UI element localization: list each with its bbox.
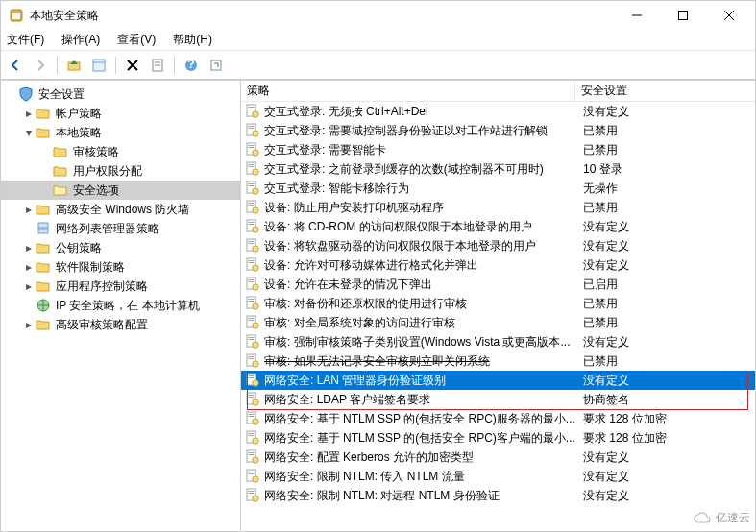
svg-rect-102 <box>249 493 255 494</box>
expander-icon[interactable]: ▸ <box>22 241 36 254</box>
policy-name: 审核: 对全局系统对象的访问进行审核 <box>264 315 455 331</box>
policy-setting: 已禁用 <box>575 123 739 139</box>
policy-row[interactable]: 交互式登录: 智能卡移除行为无操作 <box>241 179 755 198</box>
svg-point-71 <box>253 342 258 348</box>
expander-icon[interactable]: ▸ <box>22 318 36 331</box>
policy-row[interactable]: 审核: 对备份和还原权限的使用进行审核已禁用 <box>241 294 755 313</box>
policy-row[interactable]: 设备: 将软盘驱动器的访问权限仅限于本地登录的用户没有定义 <box>241 236 755 255</box>
export-button[interactable] <box>206 55 227 76</box>
tree-item[interactable]: 安全设置 <box>1 85 240 104</box>
policy-row[interactable]: 网络安全: LDAP 客户端签名要求协商签名 <box>241 390 755 409</box>
policy-row[interactable]: 设备: 防止用户安装打印机驱动程序已禁用 <box>241 198 755 217</box>
expander-icon[interactable]: ▸ <box>22 107 36 120</box>
policy-icon <box>245 373 260 388</box>
svg-rect-16 <box>211 60 221 70</box>
policy-icon <box>245 277 260 292</box>
svg-point-55 <box>253 265 258 271</box>
svg-rect-69 <box>249 337 255 338</box>
svg-rect-85 <box>249 414 255 415</box>
policy-row[interactable]: 交互式登录: 之前登录到缓存的次数(域控制器不可用时)10 登录 <box>241 159 755 179</box>
properties-button[interactable] <box>147 55 168 76</box>
tree-item[interactable]: ▸帐户策略 <box>1 104 240 123</box>
expander-icon[interactable]: ▸ <box>22 260 36 274</box>
expander-icon[interactable]: ▸ <box>22 279 36 293</box>
policy-row[interactable]: 交互式登录: 需要智能卡已禁用 <box>241 140 755 159</box>
policy-row[interactable]: 设备: 允许在未登录的情况下弹出已启用 <box>241 275 755 294</box>
folder-icon <box>36 317 51 332</box>
policy-icon <box>245 238 260 254</box>
tree-label: 公钥策略 <box>54 240 104 256</box>
help-button[interactable]: ? <box>181 55 202 76</box>
policy-row[interactable]: 网络安全: 基于 NTLM SSP 的(包括安全 RPC)客户端的最小...要求… <box>241 428 755 447</box>
svg-point-31 <box>253 150 258 156</box>
policy-name: 网络安全: LDAP 客户端签名要求 <box>264 392 430 408</box>
delete-button[interactable] <box>122 55 143 76</box>
svg-rect-101 <box>249 491 255 492</box>
tree-item[interactable]: ▸公钥策略 <box>1 238 240 257</box>
policy-list[interactable]: 交互式登录: 无须按 Ctrl+Alt+Del没有定义交互式登录: 需要域控制器… <box>241 102 755 531</box>
policy-row[interactable]: 审核: 对全局系统对象的访问进行审核已禁用 <box>241 313 755 332</box>
policy-row[interactable]: 网络安全: 基于 NTLM SSP 的(包括安全 RPC)服务器的最小...要求… <box>241 409 755 428</box>
folder-icon <box>36 298 51 313</box>
folder-icon <box>36 221 51 236</box>
minimize-button[interactable] <box>622 4 651 27</box>
policy-row[interactable]: 交互式登录: 无须按 Ctrl+Alt+Del没有定义 <box>241 102 755 121</box>
svg-rect-90 <box>249 435 255 436</box>
policy-row[interactable]: 设备: 允许对可移动媒体进行格式化并弹出没有定义 <box>241 255 755 275</box>
cloud-icon <box>693 511 714 526</box>
svg-rect-25 <box>249 126 255 127</box>
svg-rect-57 <box>249 279 255 280</box>
up-button[interactable] <box>63 55 85 76</box>
policy-row[interactable]: 交互式登录: 需要域控制器身份验证以对工作站进行解锁已禁用 <box>241 121 755 140</box>
policy-row[interactable]: 网络安全: 限制 NTLM: 传入 NTLM 流量没有定义 <box>241 467 755 486</box>
expander-icon[interactable]: ▸ <box>22 203 36 216</box>
policy-icon <box>245 469 260 484</box>
back-button[interactable] <box>5 55 26 76</box>
tree-item[interactable]: 用户权限分配 <box>1 161 240 181</box>
folder-icon <box>53 163 68 179</box>
policy-row[interactable]: 设备: 将 CD-ROM 的访问权限仅限于本地登录的用户没有定义 <box>241 217 755 236</box>
policy-row[interactable]: 网络安全: LAN 管理器身份验证级别没有定义 <box>241 371 755 390</box>
menu-action[interactable]: 操作(A) <box>60 30 102 50</box>
policy-row[interactable]: 审核: 强制审核策略子类别设置(Windows Vista 或更高版本...没有… <box>241 332 755 351</box>
tree-pane[interactable]: 安全设置▸帐户策略▾本地策略审核策略用户权限分配安全选项▸高级安全 Window… <box>1 81 241 531</box>
policy-row[interactable]: 审核: 如果无法记录安全审核则立即关闭系统已禁用 <box>241 351 755 371</box>
maximize-button[interactable] <box>669 4 697 27</box>
column-policy[interactable]: 策略 <box>241 81 575 101</box>
policy-name: 网络安全: LAN 管理器身份验证级别 <box>264 373 446 389</box>
policy-icon <box>245 123 260 138</box>
policy-row[interactable]: 网络安全: 配置 Kerberos 允许的加密类型没有定义 <box>241 447 755 467</box>
tree-item[interactable]: ▾本地策略 <box>1 123 240 142</box>
menu-file[interactable]: 文件(F) <box>5 30 46 50</box>
policy-icon <box>245 334 260 350</box>
menu-view[interactable]: 查看(V) <box>115 30 158 50</box>
tree-item[interactable]: IP 安全策略，在 本地计算机 <box>1 296 240 315</box>
svg-rect-30 <box>249 147 255 148</box>
folder-icon <box>36 106 51 121</box>
tree-item[interactable]: 审核策略 <box>1 142 240 161</box>
close-button[interactable] <box>715 4 744 27</box>
svg-rect-46 <box>249 224 255 225</box>
window-controls <box>622 4 744 27</box>
policy-row[interactable]: 网络安全: 限制 NTLM: 对远程 NTLM 身份验证没有定义 <box>241 486 755 505</box>
policy-name: 交互式登录: 智能卡移除行为 <box>264 181 409 197</box>
tree-item[interactable]: 网络列表管理器策略 <box>1 219 240 238</box>
expander-icon[interactable]: ▾ <box>22 126 36 139</box>
policy-setting: 已禁用 <box>575 200 739 216</box>
tree-item[interactable]: 安全选项 <box>1 181 240 200</box>
svg-point-83 <box>253 399 258 405</box>
tree-item[interactable]: ▸高级审核策略配置 <box>1 315 240 334</box>
svg-point-43 <box>253 207 258 213</box>
column-setting[interactable]: 安全设置 <box>575 81 739 101</box>
menu-help[interactable]: 帮助(H) <box>171 30 214 50</box>
svg-rect-93 <box>249 452 255 453</box>
tree-item[interactable]: ▸应用程序控制策略 <box>1 277 240 296</box>
tree-item[interactable]: ▸软件限制策略 <box>1 257 240 277</box>
forward-button[interactable] <box>30 55 51 76</box>
folder-icon <box>53 144 68 159</box>
svg-point-23 <box>253 111 258 117</box>
tree-item[interactable]: ▸高级安全 Windows 防火墙 <box>1 200 240 219</box>
policy-setting: 已禁用 <box>575 315 739 331</box>
svg-rect-89 <box>249 433 255 434</box>
show-hide-tree-button[interactable] <box>88 55 110 76</box>
